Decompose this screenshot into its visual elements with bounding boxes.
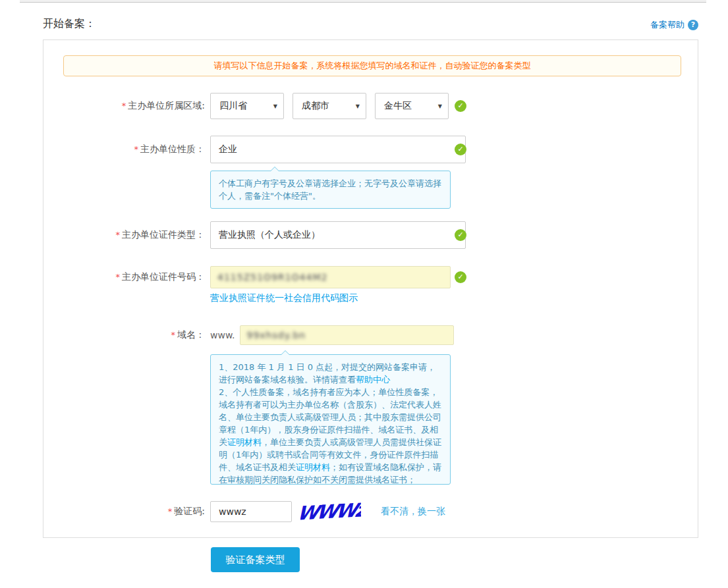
cert-type-label: *主办单位证件类型： — [43, 229, 205, 241]
city-value: 成都市 — [302, 100, 329, 112]
required-mark: * — [168, 506, 173, 516]
required-mark: * — [116, 272, 121, 282]
cert-code-sample-link[interactable]: 营业执照证件统一社会信用代码图示 — [210, 292, 358, 304]
cert-type-input[interactable] — [210, 221, 466, 249]
nature-label: *主办单位性质： — [43, 144, 205, 155]
cert-number-row: *主办单位证件号码： 4115Z51O9R1O44M2 ✓ — [43, 266, 451, 288]
top-divider — [20, 0, 706, 3]
filing-form-panel: 请填写以下信息开始备案，系统将根据您填写的域名和证件，自动验证您的备案类型 *主… — [43, 40, 698, 538]
cert-type-row: *主办单位证件类型： ✓ — [43, 221, 466, 249]
check-icon: ✓ — [455, 271, 466, 283]
notice-banner: 请填写以下信息开始备案，系统将根据您填写的域名和证件，自动验证您的备案类型 — [63, 55, 681, 76]
domain-input[interactable]: 99xhsdy.bn — [240, 325, 454, 345]
domain-row: *域名： www. 99xhsdy.bn — [43, 325, 454, 345]
nature-row: *主办单位性质： ✓ — [43, 136, 466, 163]
page-title: 开始备案： — [43, 17, 96, 31]
captcha-label: *验证码: — [43, 506, 205, 518]
required-mark: * — [116, 230, 121, 240]
region-label: *主办单位所属区域: — [43, 100, 205, 112]
nature-tip-text: 个体工商户有字号及公章请选择企业；无字号及公章请选择个人，需备注"个体经营"。 — [219, 178, 441, 201]
help-link-label: 备案帮助 — [650, 19, 685, 31]
captcha-refresh-link[interactable]: 看不清，换一张 — [381, 506, 445, 518]
check-icon: ✓ — [455, 229, 466, 241]
captcha-image[interactable]: WWWz — [300, 500, 361, 523]
province-select[interactable]: 四川省 ▼ — [210, 93, 284, 119]
district-select[interactable]: 金牛区 ▼ — [375, 93, 449, 119]
captcha-row: *验证码: WWWz 看不清，换一张 — [43, 500, 445, 523]
cert-number-input[interactable]: 4115Z51O9R1O44M2 — [210, 266, 451, 288]
domain-tip-p1: 1、2018 年 1 月 1 日 0 点起，对提交的网站备案申请，进行网站备案域… — [219, 362, 435, 385]
region-row: *主办单位所属区域: 四川省 ▼ 成都市 ▼ 金牛区 ▼ ✓ — [43, 93, 457, 119]
domain-label: *域名： — [43, 329, 205, 341]
www-prefix: www. — [210, 330, 235, 340]
domain-tip: 1、2018 年 1 月 1 日 0 点起，对提交的网站备案申请，进行网站备案域… — [210, 354, 451, 485]
cert-number-label: *主办单位证件号码： — [43, 271, 205, 283]
cert-number-redacted-value: 4115Z51O9R1O44M2 — [217, 272, 327, 282]
captcha-image-text: WWWz — [300, 500, 361, 523]
proof-material-link-1[interactable]: 证明材料 — [227, 437, 262, 447]
required-mark: * — [134, 144, 139, 154]
district-value: 金牛区 — [384, 100, 412, 112]
nature-tip: 个体工商户有字号及公章请选择企业；无字号及公章请选择个人，需备注"个体经营"。 — [210, 171, 451, 209]
domain-redacted-value: 99xhsdy.bn — [247, 330, 306, 340]
help-center-link[interactable]: 帮助中心 — [356, 375, 390, 385]
chevron-down-icon: ▼ — [273, 103, 277, 109]
check-icon: ✓ — [455, 144, 466, 155]
check-icon: ✓ — [455, 100, 466, 112]
chevron-down-icon: ▼ — [438, 103, 442, 109]
province-value: 四川省 — [219, 100, 247, 112]
required-mark: * — [171, 330, 176, 340]
city-select[interactable]: 成都市 ▼ — [293, 93, 366, 119]
question-icon[interactable]: ? — [688, 20, 698, 30]
verify-filing-type-button[interactable]: 验证备案类型 — [211, 547, 300, 572]
chevron-down-icon: ▼ — [356, 103, 360, 109]
nature-input[interactable] — [210, 136, 466, 163]
captcha-input[interactable] — [210, 501, 292, 522]
required-mark: * — [122, 101, 126, 111]
icp-filing-page: 开始备案： 备案帮助 ? 请填写以下信息开始备案，系统将根据您填写的域名和证件，… — [0, 0, 728, 588]
proof-material-link-2[interactable]: 证明材料 — [296, 462, 330, 472]
filing-help-link[interactable]: 备案帮助 ? — [650, 19, 698, 31]
